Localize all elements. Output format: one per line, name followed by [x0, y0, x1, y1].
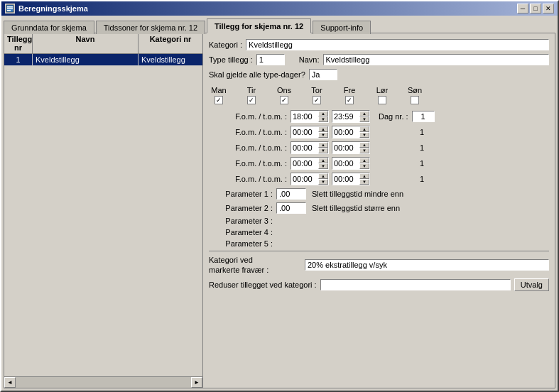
utvalg-button[interactable]: Utvalg	[514, 278, 549, 291]
param-4-label: Parameter 4 :	[209, 228, 273, 236]
tab-support[interactable]: Support-info	[313, 21, 371, 34]
navn-input[interactable]	[323, 54, 549, 65]
time-from-3-down[interactable]: ▼	[318, 148, 328, 153]
window-title: Beregningsskjema	[18, 4, 88, 13]
time-from-5-down[interactable]: ▼	[318, 179, 328, 185]
param-1-row: Parameter 1 : Slett tilleggstid mindre e…	[209, 188, 549, 200]
tab-tidssoner[interactable]: Tidssoner for skjema nr. 12	[96, 21, 205, 34]
time-to-2-down[interactable]: ▼	[359, 132, 369, 138]
tab-grunndata[interactable]: Grunndata for skjema	[4, 21, 94, 34]
time-row-2: F.o.m. / t.o.m. : ▲ ▼ ▲ ▼ 1	[209, 126, 549, 138]
param-3-row: Parameter 3 :	[209, 217, 549, 225]
table-row[interactable]: 1 Kveldstillegg Kveldstillegg	[4, 54, 202, 66]
scroll-track[interactable]	[16, 377, 191, 388]
time-to-2-spin: ▲ ▼	[359, 126, 369, 138]
app-icon	[5, 4, 15, 13]
day-man-checkbox[interactable]	[215, 96, 223, 104]
time-to-3-up[interactable]: ▲	[359, 142, 369, 148]
time-from-2-down[interactable]: ▼	[318, 132, 328, 138]
time-from-3-up[interactable]: ▲	[318, 142, 328, 148]
time-from-2-up[interactable]: ▲	[318, 126, 328, 132]
skal-gjelde-row: Skal gjelde alle type-dager?	[209, 69, 549, 80]
time-to-1-down[interactable]: ▼	[359, 116, 369, 122]
time-from-1-group: ▲ ▼	[291, 110, 329, 123]
time-to-4-down[interactable]: ▼	[359, 163, 369, 169]
time-to-5-input[interactable]	[332, 174, 359, 184]
time-from-1-input[interactable]	[291, 111, 318, 121]
reduser-input[interactable]	[320, 279, 511, 290]
time-from-5-input[interactable]	[291, 174, 318, 184]
scroll-right-button[interactable]: ►	[191, 377, 202, 388]
skal-gjelde-label: Skal gjelde alle type-dager?	[209, 70, 305, 79]
scroll-left-button[interactable]: ◄	[4, 377, 16, 388]
day-tor-checkbox[interactable]	[313, 96, 321, 104]
left-panel: Tillegg nr Navn Kategori nr 1 Kveldstill…	[4, 33, 203, 388]
kategori-ved-input[interactable]	[305, 259, 549, 271]
time-from-5-spin: ▲ ▼	[318, 173, 328, 185]
day-fre-checkbox[interactable]	[345, 96, 354, 104]
time-to-2-up[interactable]: ▲	[359, 126, 369, 132]
title-buttons: ─ □ ✕	[517, 4, 554, 13]
time-row-3: F.o.m. / t.o.m. : ▲ ▼ ▲ ▼ 1	[209, 141, 549, 154]
main-window: Beregningsskjema ─ □ ✕ Grunndata for skj…	[0, 0, 559, 392]
tab-tillegg[interactable]: Tillegg for skjema nr. 12	[207, 18, 311, 33]
time-from-1-up[interactable]: ▲	[318, 111, 328, 116]
col-header-nr: Tillegg nr	[4, 33, 33, 53]
days-row: Man Tir Ons Tor	[209, 86, 549, 104]
time-from-3-input[interactable]	[291, 143, 318, 153]
bottom-section: Kategori vedmarkerte fravær : Reduser ti…	[209, 251, 549, 291]
day-son-label: Søn	[408, 86, 422, 94]
type-tillegg-label: Type tillegg :	[209, 55, 253, 64]
time-to-2-input[interactable]	[332, 127, 359, 137]
time-row-5: F.o.m. / t.o.m. : ▲ ▼ ▲ ▼ 1	[209, 173, 549, 185]
time-from-4-up[interactable]: ▲	[318, 158, 328, 163]
time-to-4-up[interactable]: ▲	[359, 158, 369, 163]
kategori-input[interactable]	[246, 39, 549, 50]
param-2-input[interactable]	[276, 202, 306, 214]
param-5-label: Parameter 5 :	[209, 239, 273, 248]
minimize-button[interactable]: ─	[517, 4, 528, 13]
param-5-row: Parameter 5 :	[209, 239, 549, 248]
time-to-5-up[interactable]: ▲	[359, 173, 369, 179]
param-1-input[interactable]	[276, 188, 306, 200]
time-to-1-up[interactable]: ▲	[359, 111, 369, 116]
table-body: 1 Kveldstillegg Kveldstillegg	[4, 54, 202, 376]
time-from-2-input[interactable]	[291, 127, 318, 137]
time-row-1: F.o.m. / t.o.m. : ▲ ▼ ▲ ▼ Dag nr. :	[209, 110, 549, 123]
time-from-5-up[interactable]: ▲	[318, 173, 328, 179]
time-row-2-label: F.o.m. / t.o.m. :	[209, 128, 287, 136]
day-ons-label: Ons	[277, 86, 291, 94]
time-from-1-down[interactable]: ▼	[318, 116, 328, 122]
time-from-4-down[interactable]: ▼	[318, 163, 328, 169]
cell-nr: 1	[4, 54, 33, 65]
time-to-5-down[interactable]: ▼	[359, 179, 369, 185]
day-lor-checkbox[interactable]	[378, 96, 386, 104]
param-2-label: Parameter 2 :	[209, 204, 273, 212]
time-from-2-spin: ▲ ▼	[318, 126, 328, 138]
day-tor-label: Tor	[311, 86, 322, 94]
time-to-1-input[interactable]	[332, 111, 359, 121]
svg-rect-3	[7, 10, 11, 11]
close-button[interactable]: ✕	[543, 4, 554, 13]
skal-gjelde-input[interactable]	[309, 69, 337, 80]
day-fre: Fre	[340, 86, 359, 104]
day-tir-checkbox[interactable]	[247, 96, 256, 104]
time-to-3-down[interactable]: ▼	[359, 148, 369, 153]
dag-nr-label: Dag nr. :	[379, 112, 408, 121]
cell-navn: Kveldstillegg	[33, 54, 139, 65]
kategori-ved-label: Kategori vedmarkerte fravær :	[209, 255, 301, 276]
col-header-navn: Navn	[33, 33, 139, 53]
tabs-bar: Grunndata for skjema Tidssoner for skjem…	[1, 16, 558, 33]
table-header: Tillegg nr Navn Kategori nr	[4, 33, 202, 54]
day-son-checkbox[interactable]	[411, 96, 419, 104]
dag-nr-1-input[interactable]	[412, 111, 435, 122]
maximize-button[interactable]: □	[530, 4, 541, 13]
type-tillegg-input[interactable]	[256, 54, 285, 65]
day-ons-checkbox[interactable]	[280, 96, 288, 104]
time-to-3-input[interactable]	[332, 143, 359, 153]
navn-label: Navn:	[299, 55, 320, 64]
time-to-4-input[interactable]	[332, 158, 359, 168]
time-row-5-label: F.o.m. / t.o.m. :	[209, 175, 287, 183]
time-from-4-input[interactable]	[291, 158, 318, 168]
time-to-4-spin: ▲ ▼	[359, 158, 369, 169]
